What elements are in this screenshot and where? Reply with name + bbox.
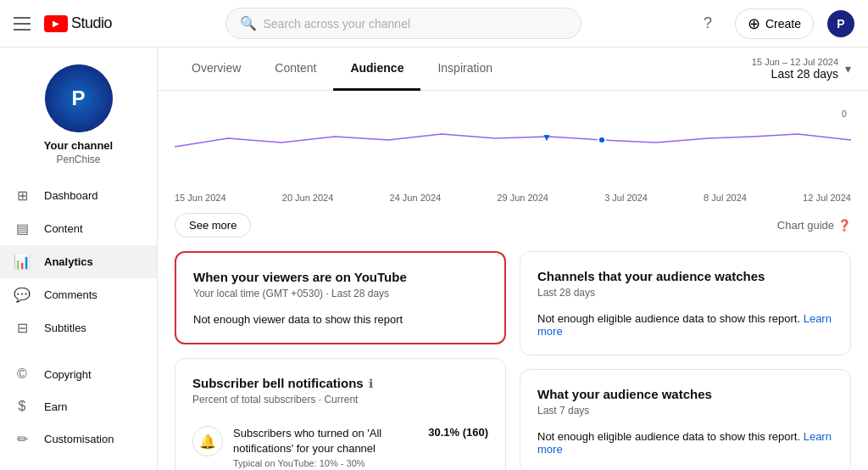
channel-avatar[interactable]: P xyxy=(45,64,113,132)
chart-guide-label: Chart guide xyxy=(777,219,834,232)
viewers-online-card: When your viewers are on YouTube Your lo… xyxy=(175,251,506,344)
youtube-icon xyxy=(44,15,68,32)
sidebar-item-comments[interactable]: 💬 Comments xyxy=(0,278,157,311)
sidebar-item-copyright[interactable]: © Copyright xyxy=(0,358,157,390)
hamburger-button[interactable] xyxy=(14,17,31,31)
sidebar-label-dashboard: Dashboard xyxy=(44,189,98,202)
chart-labels: 15 Jun 2024 20 Jun 2024 24 Jun 2024 29 J… xyxy=(175,189,851,206)
tab-audience[interactable]: Audience xyxy=(333,48,420,91)
create-button[interactable]: ⊕ Create xyxy=(735,8,814,39)
date-range-label: Last 28 days xyxy=(752,67,838,81)
viewers-online-subtitle: Your local time (GMT +0530) · Last 28 da… xyxy=(193,288,487,299)
what-audience-subtitle: Last 7 days xyxy=(537,405,833,417)
create-label: Create xyxy=(765,17,801,31)
tabs-bar: Overview Content Audience Inspiration 15… xyxy=(158,48,868,91)
viewers-online-empty: Not enough viewer data to show this repo… xyxy=(193,313,487,326)
content-grid: When your viewers are on YouTube Your lo… xyxy=(158,241,868,470)
bell-item-all-notifications: 🔔 Subscribers who turned on 'All notific… xyxy=(192,419,488,470)
bell-item-1-value: 30.1% (160) xyxy=(428,426,488,439)
chart-label-7: 12 Jul 2024 xyxy=(803,193,851,203)
header: Studio 🔍 Search across your channel ? ⊕ … xyxy=(0,0,868,48)
date-range-text: 15 Jun – 12 Jul 2024 Last 28 days xyxy=(752,57,838,81)
analytics-icon: 📊 xyxy=(14,254,31,270)
sidebar-label-copyright: Copyright xyxy=(44,368,92,381)
sidebar-item-analytics[interactable]: 📊 Analytics xyxy=(0,245,157,278)
date-range-period: 15 Jun – 12 Jul 2024 xyxy=(752,57,838,67)
chart-label-5: 3 Jul 2024 xyxy=(604,193,648,203)
audience-chart: 0 xyxy=(175,104,851,172)
bell-title: Subscriber bell notifications xyxy=(192,376,364,390)
sidebar-item-subtitles[interactable]: ⊟ Subtitles xyxy=(0,311,157,344)
pen-logo: P xyxy=(71,87,85,110)
sidebar-label-customisation: Customisation xyxy=(44,433,114,445)
sidebar-label-subtitles: Subtitles xyxy=(44,322,86,334)
bell-item-1-content: Subscribers who turned on 'All notificat… xyxy=(233,426,418,468)
content-icon: ▤ xyxy=(14,221,31,237)
bell-title-row: Subscriber bell notifications ℹ xyxy=(192,376,488,390)
bell-subtitle: Percent of total subscribers · Current xyxy=(192,394,488,406)
tab-content[interactable]: Content xyxy=(258,48,333,91)
left-column: When your viewers are on YouTube Your lo… xyxy=(175,251,506,470)
dashboard-icon: ⊞ xyxy=(14,187,31,204)
youtube-studio-logo: Studio xyxy=(44,14,112,32)
chart-actions: See more Chart guide ❓ xyxy=(175,206,851,241)
date-range-selector[interactable]: 15 Jun – 12 Jul 2024 Last 28 days ▾ xyxy=(752,57,851,81)
drop-triangle-icon: ▼ xyxy=(542,131,552,143)
copyright-icon: © xyxy=(14,366,31,382)
what-audience-watches-card: What your audience watches Last 7 days N… xyxy=(520,369,851,470)
header-right: ? ⊕ Create P xyxy=(694,8,854,39)
tab-inspiration[interactable]: Inspiration xyxy=(420,48,509,91)
channel-name: Your channel xyxy=(44,139,113,152)
avatar[interactable]: P xyxy=(827,10,854,37)
what-audience-title: What your audience watches xyxy=(537,387,833,401)
chart-container: 0 ▼ xyxy=(175,104,851,189)
help-button[interactable]: ? xyxy=(694,10,721,37)
sidebar-label-comments: Comments xyxy=(44,288,97,301)
chart-label-6: 8 Jul 2024 xyxy=(704,193,747,203)
tabs-left: Overview Content Audience Inspiration xyxy=(175,48,509,90)
subscriber-bell-card: Subscriber bell notifications ℹ Percent … xyxy=(175,358,506,470)
main-content: Overview Content Audience Inspiration 15… xyxy=(158,48,868,470)
chart-area: 0 ▼ 15 Jun 2024 20 Jun 2024 24 Jun 2024 … xyxy=(158,91,868,241)
search-bar[interactable]: 🔍 Search across your channel xyxy=(225,8,581,39)
channels-audience-empty: Not enough eligible audience data to sho… xyxy=(537,312,833,338)
create-icon: ⊕ xyxy=(748,14,760,33)
sidebar-item-dashboard[interactable]: ⊞ Dashboard xyxy=(0,179,157,212)
search-placeholder: Search across your channel xyxy=(264,17,411,31)
subtitles-icon: ⊟ xyxy=(14,320,31,336)
sidebar-item-content[interactable]: ▤ Content xyxy=(0,212,157,245)
see-more-button[interactable]: See more xyxy=(175,213,251,238)
chevron-down-icon: ▾ xyxy=(845,62,851,76)
studio-text: Studio xyxy=(71,14,112,32)
bell-item-1-typical: Typical on YouTube: 10% - 30% xyxy=(233,458,418,468)
channels-audience-subtitle: Last 28 days xyxy=(537,287,833,299)
sidebar-item-earn[interactable]: $ Earn xyxy=(0,390,157,422)
chart-label-1: 15 Jun 2024 xyxy=(175,193,226,203)
earn-icon: $ xyxy=(14,399,31,414)
sidebar: P Your channel PenChise ⊞ Dashboard ▤ Co… xyxy=(0,48,158,470)
chart-label-4: 29 Jun 2024 xyxy=(497,193,548,203)
chart-guide-help-icon: ❓ xyxy=(837,219,851,232)
comments-icon: 💬 xyxy=(14,287,31,303)
sidebar-item-customisation[interactable]: ✏ Customisation xyxy=(0,422,157,456)
chart-label-3: 24 Jun 2024 xyxy=(390,193,442,203)
header-left: Studio xyxy=(14,14,112,32)
search-icon: 🔍 xyxy=(240,15,257,31)
header-center: 🔍 Search across your channel xyxy=(112,8,694,39)
bell-info-icon: ℹ xyxy=(369,377,373,390)
sidebar-label-analytics: Analytics xyxy=(44,255,93,268)
customisation-icon: ✏ xyxy=(14,431,31,447)
chart-guide-link[interactable]: Chart guide ❓ xyxy=(777,219,851,232)
sidebar-label-earn: Earn xyxy=(44,400,67,413)
viewers-online-title: When your viewers are on YouTube xyxy=(193,270,487,284)
channels-audience-card: Channels that your audience watches Last… xyxy=(520,251,851,355)
layout: P Your channel PenChise ⊞ Dashboard ▤ Co… xyxy=(0,48,868,470)
svg-text:0: 0 xyxy=(842,109,847,119)
what-audience-empty: Not enough eligible audience data to sho… xyxy=(537,430,833,456)
bell-all-icon: 🔔 xyxy=(192,426,223,456)
channels-audience-title: Channels that your audience watches xyxy=(537,269,833,283)
tab-overview[interactable]: Overview xyxy=(175,48,258,91)
channel-handle: PenChise xyxy=(56,154,100,165)
svg-point-0 xyxy=(598,137,605,143)
chart-drop-indicator: ▼ xyxy=(542,130,552,143)
